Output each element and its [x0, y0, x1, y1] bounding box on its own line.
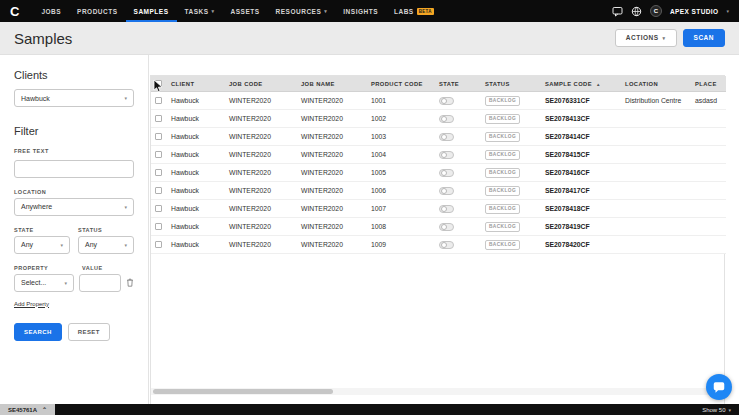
- cell-location: [621, 182, 691, 200]
- cell-product-code: 1006: [367, 182, 435, 200]
- chevron-down-icon: ▾: [212, 8, 215, 14]
- state-toggle[interactable]: [439, 115, 454, 123]
- cell-product-code: 1004: [367, 146, 435, 164]
- select-all-checkbox[interactable]: [155, 80, 162, 87]
- cell-status: BACKLOG: [481, 182, 541, 200]
- nav-item-products[interactable]: PRODUCTS: [69, 0, 125, 22]
- samples-table-panel: CLIENTJOB CODEJOB NAMEPRODUCT CODESTATES…: [150, 75, 725, 404]
- message-icon[interactable]: [612, 6, 623, 17]
- table-row[interactable]: HawbuckWINTER2020WINTER20201002BACKLOGSE…: [151, 110, 726, 128]
- cell-sample-code: SE2078414CF: [541, 128, 621, 146]
- property-value-input[interactable]: [79, 274, 121, 292]
- cell-client: Hawbuck: [167, 110, 225, 128]
- column-header-client[interactable]: CLIENT: [167, 76, 225, 92]
- nav-item-assets[interactable]: ASSETS: [223, 0, 268, 22]
- column-header-product-code[interactable]: PRODUCT CODE: [367, 76, 435, 92]
- free-text-input[interactable]: [14, 160, 134, 178]
- state-toggle[interactable]: [439, 205, 454, 213]
- table-row[interactable]: HawbuckWINTER2020WINTER20201005BACKLOGSE…: [151, 164, 726, 182]
- column-header-job-name[interactable]: JOB NAME: [297, 76, 367, 92]
- column-header-status[interactable]: STATUS: [481, 76, 541, 92]
- page-size-select[interactable]: Show 50 ▾: [702, 407, 731, 413]
- column-header-sample-code[interactable]: SAMPLE CODE▲: [541, 76, 621, 92]
- cell-place: [691, 164, 726, 182]
- state-toggle[interactable]: [439, 223, 454, 231]
- state-toggle[interactable]: [439, 241, 454, 249]
- table-row[interactable]: HawbuckWINTER2020WINTER20201003BACKLOGSE…: [151, 128, 726, 146]
- avatar[interactable]: C: [650, 5, 662, 17]
- cell-place: asdasd: [691, 92, 726, 110]
- client-select[interactable]: Hawbuck ▾: [14, 89, 134, 107]
- state-toggle[interactable]: [439, 169, 454, 177]
- scan-button[interactable]: SCAN: [683, 29, 725, 48]
- state-toggle[interactable]: [439, 187, 454, 195]
- trash-icon[interactable]: [126, 278, 134, 288]
- cell-sample-code: SE2078418CF: [541, 200, 621, 218]
- cell-status: BACKLOG: [481, 146, 541, 164]
- nav-item-tasks[interactable]: TASKS▾: [177, 0, 223, 22]
- table-row[interactable]: HawbuckWINTER2020WINTER20201001BACKLOGSE…: [151, 92, 726, 110]
- row-checkbox[interactable]: [155, 205, 162, 212]
- search-button[interactable]: SEARCH: [14, 323, 62, 341]
- row-checkbox[interactable]: [155, 115, 162, 122]
- scrollbar-thumb[interactable]: [153, 389, 333, 394]
- row-checkbox[interactable]: [155, 223, 162, 230]
- actions-button[interactable]: ACTIONS ▾: [615, 29, 677, 48]
- row-checkbox[interactable]: [155, 169, 162, 176]
- cell-sample-code: SE2078419CF: [541, 218, 621, 236]
- column-header-job-code[interactable]: JOB CODE: [225, 76, 297, 92]
- row-checkbox[interactable]: [155, 241, 162, 248]
- top-nav: C JOBSPRODUCTSSAMPLESTASKS▾ASSETSRESOURC…: [0, 0, 739, 22]
- state-toggle[interactable]: [439, 133, 454, 141]
- cell-job-code: WINTER2020: [225, 164, 297, 182]
- column-label: JOB NAME: [301, 81, 335, 87]
- status-select[interactable]: Any ▾: [78, 236, 134, 254]
- row-checkbox[interactable]: [155, 133, 162, 140]
- table-row[interactable]: HawbuckWINTER2020WINTER20201007BACKLOGSE…: [151, 200, 726, 218]
- chat-launcher-button[interactable]: [706, 374, 732, 400]
- account-name[interactable]: APEX STUDIO: [670, 8, 718, 15]
- cell-place: [691, 146, 726, 164]
- status-badge: BACKLOG: [485, 240, 520, 250]
- actions-button-label: ACTIONS: [626, 35, 659, 42]
- row-checkbox[interactable]: [155, 151, 162, 158]
- nav-item-label: LABS: [394, 8, 414, 15]
- location-select[interactable]: Anywhere ▾: [14, 198, 134, 216]
- globe-icon[interactable]: [631, 6, 642, 17]
- scan-button-label: SCAN: [694, 35, 714, 42]
- cell-sample-code: SE2076331CF: [541, 92, 621, 110]
- nav-item-samples[interactable]: SAMPLES: [126, 0, 177, 22]
- cell-client: Hawbuck: [167, 128, 225, 146]
- nav-item-label: ASSETS: [231, 8, 260, 15]
- column-header-state[interactable]: STATE: [435, 76, 481, 92]
- state-toggle[interactable]: [439, 97, 454, 105]
- column-header-place[interactable]: PLACE: [691, 76, 726, 92]
- horizontal-scrollbar[interactable]: [151, 388, 724, 395]
- table-head-row: CLIENTJOB CODEJOB NAMEPRODUCT CODESTATES…: [151, 76, 726, 92]
- column-label: PLACE: [695, 81, 717, 87]
- cell-client: Hawbuck: [167, 164, 225, 182]
- table-row[interactable]: HawbuckWINTER2020WINTER20201009BACKLOGSE…: [151, 236, 726, 254]
- property-select[interactable]: Select... ▾: [14, 274, 74, 292]
- row-checkbox-cell: [151, 92, 167, 110]
- reset-button[interactable]: RESET: [68, 323, 110, 341]
- free-text-label: FREE TEXT: [14, 148, 134, 154]
- nav-item-labs[interactable]: LABSBETA: [386, 0, 442, 22]
- table-row[interactable]: HawbuckWINTER2020WINTER20201004BACKLOGSE…: [151, 146, 726, 164]
- row-checkbox-cell: [151, 182, 167, 200]
- nav-item-insights[interactable]: INSIGHTS: [335, 0, 386, 22]
- row-checkbox[interactable]: [155, 97, 162, 104]
- state-toggle[interactable]: [439, 151, 454, 159]
- nav-item-jobs[interactable]: JOBS: [33, 0, 69, 22]
- status-badge: BACKLOG: [485, 96, 520, 106]
- column-header-location[interactable]: LOCATION: [621, 76, 691, 92]
- nav-items: JOBSPRODUCTSSAMPLESTASKS▾ASSETSRESOURCES…: [33, 0, 441, 22]
- row-checkbox[interactable]: [155, 187, 162, 194]
- cell-sample-code: SE2078413CF: [541, 110, 621, 128]
- state-select[interactable]: Any ▾: [14, 236, 70, 254]
- scan-tray-toggle[interactable]: SE45761A ⌃: [0, 404, 55, 415]
- nav-item-resources[interactable]: RESOURCES▾: [268, 0, 336, 22]
- add-property-link[interactable]: Add Property: [14, 301, 49, 307]
- table-row[interactable]: HawbuckWINTER2020WINTER20201006BACKLOGSE…: [151, 182, 726, 200]
- table-row[interactable]: HawbuckWINTER2020WINTER20201008BACKLOGSE…: [151, 218, 726, 236]
